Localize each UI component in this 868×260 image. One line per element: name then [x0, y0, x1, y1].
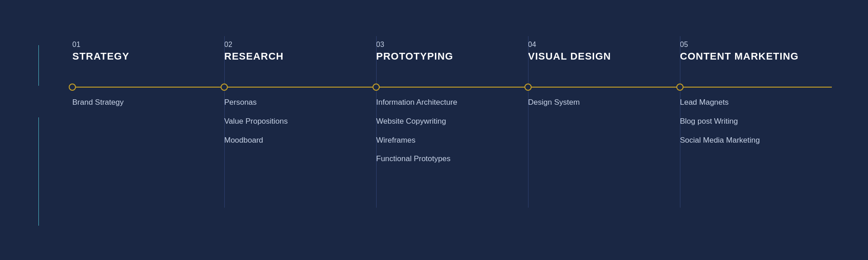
output-item-1-1: Brand Strategy: [72, 97, 123, 108]
stage-divider-4: [528, 36, 528, 208]
output-item-2-1: Personas: [224, 97, 288, 108]
stage-4: 04VISUAL DESIGNDesign System: [528, 0, 680, 260]
output-items-3: Information ArchitectureWebsite Copywrit…: [376, 97, 458, 172]
output-item-3-2: Website Copywriting: [376, 116, 458, 127]
output-item-2-2: Value Propositions: [224, 116, 288, 127]
output-item-3-3: Wireframes: [376, 135, 458, 146]
stage-number-1: 01: [72, 41, 224, 49]
main-content: 01STRATEGYBrand Strategy02RESEARCHPerson…: [45, 0, 868, 260]
output-item-5-2: Blog post Writing: [680, 116, 760, 127]
timeline-dot-3: [373, 84, 380, 91]
stage-5: 05CONTENT MARKETINGLead MagnetsBlog post…: [680, 0, 832, 260]
timeline-dot-4: [524, 84, 532, 91]
output-items-5: Lead MagnetsBlog post WritingSocial Medi…: [680, 97, 760, 153]
stage-vertical-line: [38, 45, 39, 86]
output-items-4: Design System: [528, 97, 580, 116]
stage-number-3: 03: [376, 41, 528, 49]
stage-title-2: RESEARCH: [224, 51, 376, 62]
stage-1: 01STRATEGYBrand Strategy: [72, 0, 224, 260]
output-item-3-4: Functional Prototypes: [376, 153, 458, 164]
output-vertical-line: [38, 117, 39, 226]
stages-container: 01STRATEGYBrand Strategy02RESEARCHPerson…: [72, 0, 832, 260]
timeline-dot-2: [221, 84, 228, 91]
stage-number-5: 05: [680, 41, 832, 49]
stage-title-5: CONTENT MARKETING: [680, 51, 832, 62]
output-item-3-1: Information Architecture: [376, 97, 458, 108]
output-item-5-3: Social Media Marketing: [680, 135, 760, 146]
diagram-container: 01STRATEGYBrand Strategy02RESEARCHPerson…: [0, 0, 868, 260]
stage-title-4: VISUAL DESIGN: [528, 51, 680, 62]
timeline-dot-1: [69, 84, 76, 91]
stage-title-3: PROTOTYPING: [376, 51, 528, 62]
stage-title-1: STRATEGY: [72, 51, 224, 62]
stage-2: 02RESEARCHPersonasValue PropositionsMood…: [224, 0, 376, 260]
output-item-5-1: Lead Magnets: [680, 97, 760, 108]
output-items-2: PersonasValue PropositionsMoodboard: [224, 97, 288, 153]
timeline-dot-5: [676, 84, 684, 91]
side-labels: [0, 0, 45, 260]
stage-number-4: 04: [528, 41, 680, 49]
output-items-1: Brand Strategy: [72, 97, 123, 116]
output-item-4-1: Design System: [528, 97, 580, 108]
stage-3: 03PROTOTYPINGInformation ArchitectureWeb…: [376, 0, 528, 260]
output-item-2-3: Moodboard: [224, 135, 288, 146]
stage-number-2: 02: [224, 41, 376, 49]
